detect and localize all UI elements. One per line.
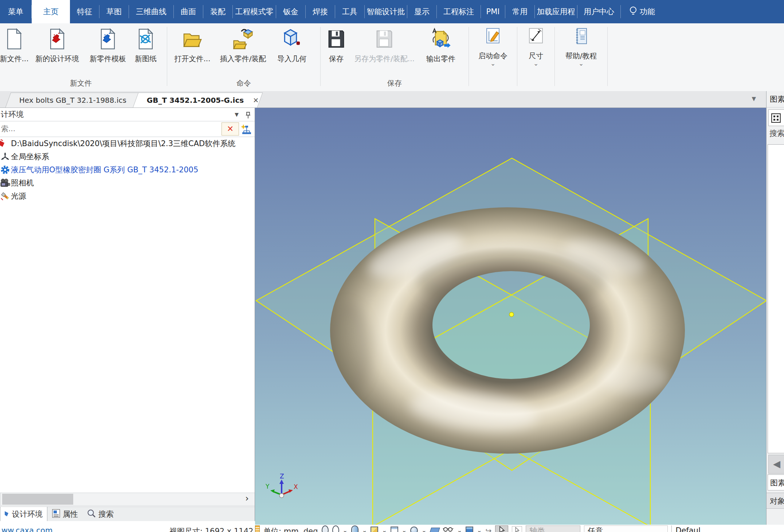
tree-item-camera[interactable]: 照相机 <box>0 176 255 189</box>
chevron-down-icon[interactable]: ⌄ <box>457 525 462 532</box>
catalog-view-button[interactable] <box>768 109 784 126</box>
3d-viewport[interactable]: Z Y X <box>255 108 766 526</box>
toolbar-group-save: 保存 另存为零件/装配... 输出零件 保存 <box>321 23 469 91</box>
ribbon-tab-common[interactable]: 常用 <box>505 0 534 23</box>
cylinder-tool-icon[interactable] <box>351 525 358 532</box>
dropdown-value: 轴类 <box>529 527 545 532</box>
clear-search-button[interactable]: ✕ <box>222 122 239 136</box>
ribbon-tab-home[interactable]: 主页 <box>32 0 70 23</box>
new-file-button[interactable]: 新文件... <box>0 23 30 82</box>
document-tab-bar: Hex bolts GB_T 32.1-1988.ics GB_T 3452.1… <box>0 91 766 108</box>
open-file-icon <box>171 27 214 51</box>
tree-item-o-ring-part[interactable]: 液压气动用O型橡胶密封圈 G系列 GB_T 3452.1-2005 <box>0 163 255 176</box>
document-tab-hex-bolts[interactable]: Hex bolts GB_T 32.1-1988.ics <box>5 93 143 107</box>
launch-command-button[interactable]: 启动命令 ⌄ <box>473 23 513 82</box>
search-input[interactable] <box>0 122 219 135</box>
catalog-tab-elements[interactable]: 图素 <box>768 474 784 490</box>
yellow-cube-tool-icon[interactable] <box>371 527 378 532</box>
blue-cube-tool-icon[interactable] <box>466 527 473 532</box>
render-style-value[interactable]: Defaul <box>671 525 701 532</box>
tab-design-environment[interactable]: 设计环境 <box>0 507 47 521</box>
ribbon-tab-smart-design[interactable]: 智能设计批 <box>365 0 407 23</box>
ribbon-tab-display[interactable]: 显示 <box>407 0 436 23</box>
catalog-tab-objects[interactable]: 对象 <box>767 493 784 509</box>
design-environment-icon <box>0 138 11 149</box>
button-label: 保存 <box>324 54 348 64</box>
axis-y-label: Y <box>265 483 270 490</box>
tab-overflow-icon[interactable]: ▼ <box>752 95 756 102</box>
ribbon-tab-menu[interactable]: 菜单 <box>0 0 31 23</box>
chevron-down-icon[interactable]: ⌄ <box>382 525 387 532</box>
new-drawing-button[interactable]: 新图纸 <box>131 23 160 82</box>
chevron-down-icon[interactable]: ⌄ <box>343 525 348 532</box>
button-label: 新图纸 <box>131 54 160 64</box>
locate-in-tree-icon[interactable] <box>240 123 253 137</box>
tree-item-light-source[interactable]: 光源 <box>0 189 255 203</box>
website-link[interactable]: ww.caxa.com <box>1 526 52 532</box>
ribbon-tab-3d-curve[interactable]: 三维曲线 <box>129 0 173 23</box>
tree-item-design-environment[interactable]: D:\BaiduSyncdisk\2020\项目\科技部项目\2.3三维CAD软… <box>0 137 255 150</box>
import-geometry-button[interactable]: 导入几何 <box>272 23 311 82</box>
sphere-tool-icon[interactable] <box>410 527 418 532</box>
dimension-button[interactable]: 尺寸 ⌄ <box>521 23 551 82</box>
new-design-environment-button[interactable]: 新的设计环境 <box>30 23 85 82</box>
open-file-button[interactable]: 打开文件... <box>171 23 214 82</box>
ribbon-tab-surface[interactable]: 曲面 <box>174 0 203 23</box>
scroll-right-icon[interactable]: › <box>242 493 252 505</box>
toolbar-group-dimension: 尺寸 ⌄ <box>517 23 554 91</box>
wedge-tool-icon[interactable] <box>429 528 440 532</box>
chevron-down-icon[interactable]: ⌄ <box>402 525 407 532</box>
tab-properties[interactable]: 属性 <box>47 507 82 521</box>
chevron-down-icon[interactable]: ⌄ <box>362 525 367 532</box>
new-part-template-button[interactable]: 新零件模板 <box>85 23 131 82</box>
ribbon-tab-tools[interactable]: 工具 <box>335 0 364 23</box>
ribbon-tab-sheet-metal[interactable]: 钣金 <box>276 0 305 23</box>
ellipse-tool-icon[interactable] <box>322 525 329 532</box>
ribbon-tab-assembly[interactable]: 装配 <box>203 0 232 23</box>
white-cube-tool-icon[interactable] <box>391 527 398 532</box>
lightbulb-icon[interactable] <box>629 6 638 23</box>
ribbon-tab-user-center[interactable]: 用户中心 <box>577 0 620 23</box>
redo-icon[interactable]: ↪ <box>485 525 491 532</box>
tree-item-global-coordinate-system[interactable]: 全局坐标系 <box>0 150 255 163</box>
insert-part-assembly-button[interactable]: 插入零件/装配 <box>214 23 272 82</box>
ribbon-tab-feature[interactable]: 特征 <box>70 0 99 23</box>
tab-search[interactable]: 搜索 <box>82 507 118 521</box>
document-tab-gbt-3452[interactable]: GB_T 3452.1-2005-G.ics ✕ <box>133 93 263 107</box>
scrollbar-thumb[interactable] <box>2 494 73 505</box>
catalog-search-label[interactable]: 搜索 <box>769 128 784 138</box>
ribbon-tab-sketch[interactable]: 草图 <box>99 0 129 23</box>
ribbon-tab-addins[interactable]: 加载应用程 <box>535 0 577 23</box>
save-icon <box>324 27 348 51</box>
catalog-list[interactable] <box>768 144 784 453</box>
alt-cursor-button[interactable] <box>512 526 522 532</box>
ribbon-tab-annotation[interactable]: 工程标注 <box>437 0 481 23</box>
ellipse-outline-tool-icon[interactable] <box>332 525 339 532</box>
tab-label: 设计环境 <box>12 509 43 519</box>
button-label: 新零件模板 <box>85 54 131 64</box>
quick-find-label[interactable]: 功能 <box>640 0 658 23</box>
glasses-icon[interactable] <box>443 525 454 532</box>
chevron-down-icon[interactable]: ⌄ <box>477 525 482 532</box>
tab-separator <box>620 5 621 18</box>
panel-collapse-icon[interactable]: ▼ <box>235 108 239 121</box>
units-label: 单位: mm, deg <box>263 525 318 532</box>
select-cursor-button[interactable] <box>495 525 508 532</box>
chevron-down-icon[interactable]: ⌄ <box>422 525 426 532</box>
ribbon-tab-engineering-mode[interactable]: 工程模式零 <box>233 0 276 23</box>
export-part-button[interactable]: 输出零件 <box>420 23 461 82</box>
save-button[interactable]: 保存 <box>324 23 348 82</box>
selection-filter-dropdown[interactable]: 任意 ▾ <box>584 525 668 532</box>
button-label: 尺寸 <box>521 51 551 61</box>
design-environment-tab-icon <box>5 509 10 519</box>
save-as-icon <box>348 27 420 51</box>
toolbar-group-launch-command: 启动命令 ⌄ <box>469 23 517 91</box>
back-arrow-icon[interactable]: ◀ <box>768 455 784 474</box>
help-tutorial-button[interactable]: 帮助/教程 ⌄ <box>558 23 604 82</box>
horizontal-scrollbar[interactable]: › <box>0 493 255 506</box>
part-gear-icon <box>0 165 11 175</box>
ribbon-tab-pmi[interactable]: PMI <box>481 0 505 23</box>
save-as-button[interactable]: 另存为零件/装配... <box>348 23 420 82</box>
close-icon[interactable]: ✕ <box>253 93 259 107</box>
ribbon-tab-welding[interactable]: 焊接 <box>306 0 335 23</box>
